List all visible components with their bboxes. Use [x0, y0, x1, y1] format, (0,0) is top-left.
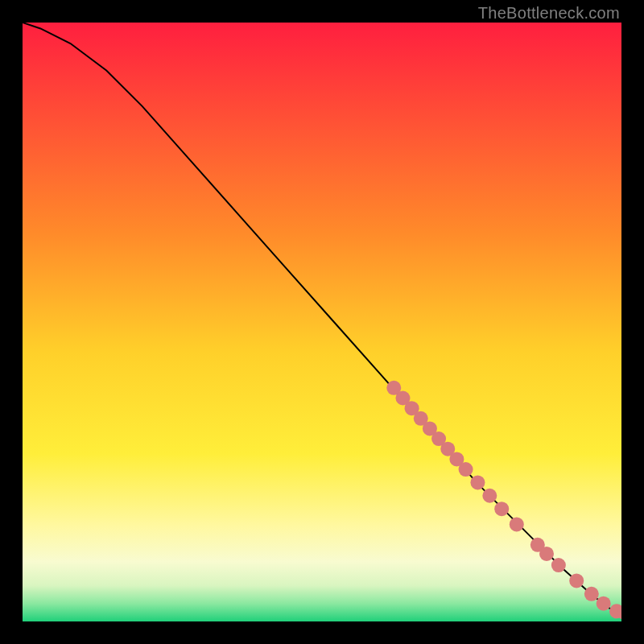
gradient-background [23, 23, 621, 621]
watermark-text: TheBottleneck.com [478, 4, 620, 23]
data-marker [470, 475, 485, 489]
data-marker [539, 547, 554, 561]
data-marker [551, 558, 566, 572]
data-marker [459, 462, 473, 477]
data-marker [510, 517, 524, 531]
chart-stage: TheBottleneck.com [0, 0, 644, 644]
chart-canvas [23, 23, 621, 621]
data-marker [482, 489, 497, 503]
data-marker [584, 587, 599, 601]
data-marker [569, 573, 584, 588]
plot-area [23, 23, 621, 621]
data-marker [597, 597, 611, 611]
data-marker [494, 502, 509, 516]
